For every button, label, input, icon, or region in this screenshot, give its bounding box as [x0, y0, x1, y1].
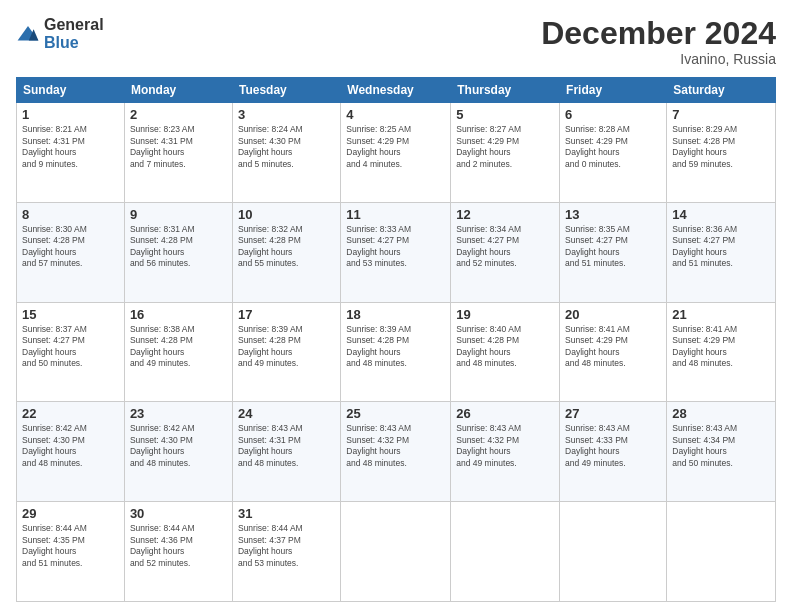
day-info: Sunrise: 8:39 AMSunset: 4:28 PMDaylight …	[238, 324, 303, 368]
page: General Blue December 2024 Ivanino, Russ…	[0, 0, 792, 612]
header: General Blue December 2024 Ivanino, Russ…	[16, 16, 776, 67]
table-row: 23Sunrise: 8:42 AMSunset: 4:30 PMDayligh…	[124, 402, 232, 502]
day-number: 17	[238, 307, 335, 322]
day-info: Sunrise: 8:28 AMSunset: 4:29 PMDaylight …	[565, 124, 630, 168]
day-info: Sunrise: 8:44 AMSunset: 4:35 PMDaylight …	[22, 523, 87, 567]
table-row: 7Sunrise: 8:29 AMSunset: 4:28 PMDaylight…	[667, 103, 776, 203]
day-info: Sunrise: 8:37 AMSunset: 4:27 PMDaylight …	[22, 324, 87, 368]
day-info: Sunrise: 8:39 AMSunset: 4:28 PMDaylight …	[346, 324, 411, 368]
table-row: 21Sunrise: 8:41 AMSunset: 4:29 PMDayligh…	[667, 302, 776, 402]
table-row: 18Sunrise: 8:39 AMSunset: 4:28 PMDayligh…	[341, 302, 451, 402]
day-number: 15	[22, 307, 119, 322]
day-info: Sunrise: 8:23 AMSunset: 4:31 PMDaylight …	[130, 124, 195, 168]
table-row: 3Sunrise: 8:24 AMSunset: 4:30 PMDaylight…	[232, 103, 340, 203]
day-number: 7	[672, 107, 770, 122]
calendar-week-row: 29Sunrise: 8:44 AMSunset: 4:35 PMDayligh…	[17, 502, 776, 602]
logo-text: General Blue	[44, 16, 104, 52]
day-info: Sunrise: 8:40 AMSunset: 4:28 PMDaylight …	[456, 324, 521, 368]
table-row: 8Sunrise: 8:30 AMSunset: 4:28 PMDaylight…	[17, 202, 125, 302]
logo: General Blue	[16, 16, 104, 52]
table-row: 29Sunrise: 8:44 AMSunset: 4:35 PMDayligh…	[17, 502, 125, 602]
day-number: 20	[565, 307, 661, 322]
day-number: 1	[22, 107, 119, 122]
empty-cell	[341, 502, 451, 602]
table-row: 13Sunrise: 8:35 AMSunset: 4:27 PMDayligh…	[560, 202, 667, 302]
day-number: 2	[130, 107, 227, 122]
empty-cell	[667, 502, 776, 602]
day-info: Sunrise: 8:33 AMSunset: 4:27 PMDaylight …	[346, 224, 411, 268]
day-info: Sunrise: 8:35 AMSunset: 4:27 PMDaylight …	[565, 224, 630, 268]
day-number: 4	[346, 107, 445, 122]
col-monday: Monday	[124, 78, 232, 103]
day-info: Sunrise: 8:30 AMSunset: 4:28 PMDaylight …	[22, 224, 87, 268]
table-row: 11Sunrise: 8:33 AMSunset: 4:27 PMDayligh…	[341, 202, 451, 302]
table-row: 28Sunrise: 8:43 AMSunset: 4:34 PMDayligh…	[667, 402, 776, 502]
day-number: 27	[565, 406, 661, 421]
table-row: 31Sunrise: 8:44 AMSunset: 4:37 PMDayligh…	[232, 502, 340, 602]
col-friday: Friday	[560, 78, 667, 103]
day-info: Sunrise: 8:27 AMSunset: 4:29 PMDaylight …	[456, 124, 521, 168]
table-row: 10Sunrise: 8:32 AMSunset: 4:28 PMDayligh…	[232, 202, 340, 302]
day-info: Sunrise: 8:44 AMSunset: 4:36 PMDaylight …	[130, 523, 195, 567]
table-row: 2Sunrise: 8:23 AMSunset: 4:31 PMDaylight…	[124, 103, 232, 203]
logo-general: General	[44, 16, 104, 33]
day-number: 28	[672, 406, 770, 421]
day-number: 29	[22, 506, 119, 521]
day-number: 9	[130, 207, 227, 222]
day-number: 30	[130, 506, 227, 521]
day-number: 10	[238, 207, 335, 222]
day-number: 16	[130, 307, 227, 322]
calendar-week-row: 22Sunrise: 8:42 AMSunset: 4:30 PMDayligh…	[17, 402, 776, 502]
calendar: Sunday Monday Tuesday Wednesday Thursday…	[16, 77, 776, 602]
day-info: Sunrise: 8:41 AMSunset: 4:29 PMDaylight …	[672, 324, 737, 368]
table-row: 26Sunrise: 8:43 AMSunset: 4:32 PMDayligh…	[451, 402, 560, 502]
day-number: 26	[456, 406, 554, 421]
day-info: Sunrise: 8:41 AMSunset: 4:29 PMDaylight …	[565, 324, 630, 368]
day-number: 24	[238, 406, 335, 421]
day-info: Sunrise: 8:43 AMSunset: 4:31 PMDaylight …	[238, 423, 303, 467]
table-row: 14Sunrise: 8:36 AMSunset: 4:27 PMDayligh…	[667, 202, 776, 302]
day-number: 13	[565, 207, 661, 222]
day-number: 23	[130, 406, 227, 421]
empty-cell	[560, 502, 667, 602]
day-number: 31	[238, 506, 335, 521]
table-row: 22Sunrise: 8:42 AMSunset: 4:30 PMDayligh…	[17, 402, 125, 502]
day-info: Sunrise: 8:36 AMSunset: 4:27 PMDaylight …	[672, 224, 737, 268]
col-sunday: Sunday	[17, 78, 125, 103]
day-number: 11	[346, 207, 445, 222]
logo-blue: Blue	[44, 34, 79, 51]
calendar-header-row: Sunday Monday Tuesday Wednesday Thursday…	[17, 78, 776, 103]
day-number: 5	[456, 107, 554, 122]
table-row: 30Sunrise: 8:44 AMSunset: 4:36 PMDayligh…	[124, 502, 232, 602]
location: Ivanino, Russia	[541, 51, 776, 67]
day-info: Sunrise: 8:24 AMSunset: 4:30 PMDaylight …	[238, 124, 303, 168]
day-number: 18	[346, 307, 445, 322]
table-row: 20Sunrise: 8:41 AMSunset: 4:29 PMDayligh…	[560, 302, 667, 402]
day-info: Sunrise: 8:29 AMSunset: 4:28 PMDaylight …	[672, 124, 737, 168]
day-info: Sunrise: 8:38 AMSunset: 4:28 PMDaylight …	[130, 324, 195, 368]
table-row: 9Sunrise: 8:31 AMSunset: 4:28 PMDaylight…	[124, 202, 232, 302]
table-row: 17Sunrise: 8:39 AMSunset: 4:28 PMDayligh…	[232, 302, 340, 402]
day-number: 22	[22, 406, 119, 421]
table-row: 25Sunrise: 8:43 AMSunset: 4:32 PMDayligh…	[341, 402, 451, 502]
title-block: December 2024 Ivanino, Russia	[541, 16, 776, 67]
day-number: 25	[346, 406, 445, 421]
day-info: Sunrise: 8:31 AMSunset: 4:28 PMDaylight …	[130, 224, 195, 268]
col-thursday: Thursday	[451, 78, 560, 103]
table-row: 24Sunrise: 8:43 AMSunset: 4:31 PMDayligh…	[232, 402, 340, 502]
table-row: 4Sunrise: 8:25 AMSunset: 4:29 PMDaylight…	[341, 103, 451, 203]
day-number: 21	[672, 307, 770, 322]
col-tuesday: Tuesday	[232, 78, 340, 103]
table-row: 27Sunrise: 8:43 AMSunset: 4:33 PMDayligh…	[560, 402, 667, 502]
day-info: Sunrise: 8:43 AMSunset: 4:32 PMDaylight …	[456, 423, 521, 467]
day-info: Sunrise: 8:43 AMSunset: 4:33 PMDaylight …	[565, 423, 630, 467]
calendar-week-row: 1Sunrise: 8:21 AMSunset: 4:31 PMDaylight…	[17, 103, 776, 203]
table-row: 16Sunrise: 8:38 AMSunset: 4:28 PMDayligh…	[124, 302, 232, 402]
day-number: 8	[22, 207, 119, 222]
day-number: 14	[672, 207, 770, 222]
calendar-week-row: 15Sunrise: 8:37 AMSunset: 4:27 PMDayligh…	[17, 302, 776, 402]
day-info: Sunrise: 8:42 AMSunset: 4:30 PMDaylight …	[130, 423, 195, 467]
day-info: Sunrise: 8:44 AMSunset: 4:37 PMDaylight …	[238, 523, 303, 567]
day-number: 3	[238, 107, 335, 122]
table-row: 6Sunrise: 8:28 AMSunset: 4:29 PMDaylight…	[560, 103, 667, 203]
